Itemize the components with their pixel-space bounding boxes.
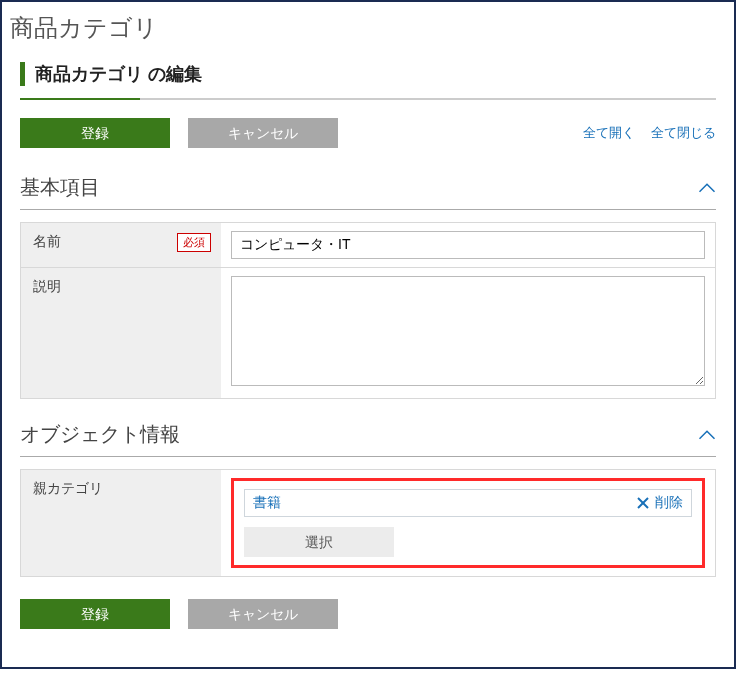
field-name-label: 名前 [33,233,61,251]
cancel-button-bottom[interactable]: キャンセル [188,599,338,629]
select-button[interactable]: 選択 [244,527,394,557]
cancel-button[interactable]: キャンセル [188,118,338,148]
section-basic-title: 基本項目 [20,174,698,201]
subtitle-bar: 商品カテゴリ の編集 [20,62,716,86]
description-textarea[interactable] [231,276,705,386]
section-basic-header: 基本項目 [20,174,716,210]
page-title: 商品カテゴリ [10,12,716,44]
open-all-link[interactable]: 全て開く [583,124,635,142]
section-object-title: オブジェクト情報 [20,421,698,448]
field-description-label-cell: 説明 [21,268,221,398]
page-subtitle: 商品カテゴリ の編集 [35,62,716,86]
field-parent-row: 親カテゴリ 書籍 削除 選択 [20,469,716,577]
field-name-row: 名前 必須 [20,222,716,268]
close-icon[interactable] [637,497,649,509]
field-name-body [221,223,715,267]
required-badge: 必須 [177,233,211,252]
parent-chip: 書籍 削除 [244,489,692,517]
field-description-body [221,268,715,398]
chevron-up-icon[interactable] [698,429,716,441]
field-description-label: 説明 [33,278,61,296]
parent-highlight: 書籍 削除 選択 [231,478,705,568]
remove-link[interactable]: 削除 [655,494,683,512]
field-description-row: 説明 [20,268,716,399]
actions-bottom: 登録 キャンセル [20,599,716,629]
field-parent-label: 親カテゴリ [33,480,103,498]
field-name-label-cell: 名前 必須 [21,223,221,267]
section-object-header: オブジェクト情報 [20,421,716,457]
field-parent-body: 書籍 削除 選択 [221,470,715,576]
actions-top: 登録 キャンセル 全て開く 全て閉じる [20,118,716,148]
close-all-link[interactable]: 全て閉じる [651,124,716,142]
chevron-up-icon[interactable] [698,182,716,194]
parent-chip-label[interactable]: 書籍 [253,494,637,512]
section-object: オブジェクト情報 親カテゴリ 書籍 削除 選択 [20,421,716,577]
register-button-bottom[interactable]: 登録 [20,599,170,629]
section-basic: 基本項目 名前 必須 説明 [20,174,716,399]
field-parent-label-cell: 親カテゴリ [21,470,221,576]
register-button[interactable]: 登録 [20,118,170,148]
name-input[interactable] [231,231,705,259]
divider [20,98,716,100]
